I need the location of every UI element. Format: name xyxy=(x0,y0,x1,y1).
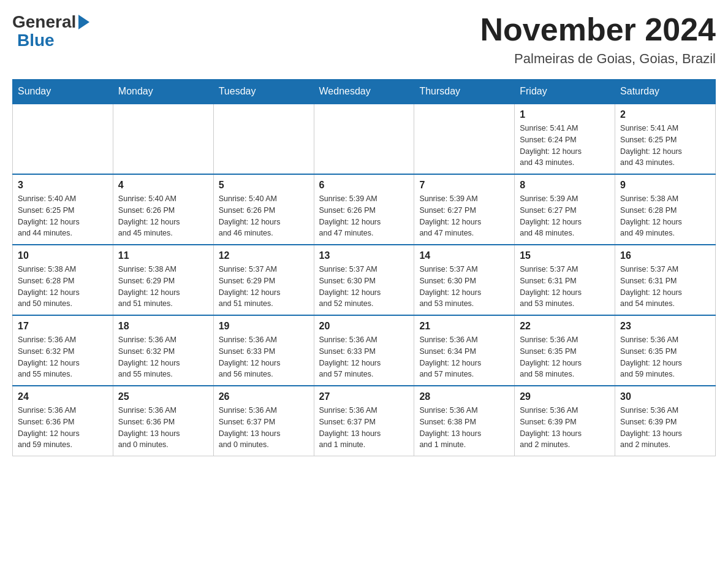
day-info: Sunrise: 5:38 AM Sunset: 6:28 PM Dayligh… xyxy=(620,193,710,239)
calendar-cell: 3Sunrise: 5:40 AM Sunset: 6:25 PM Daylig… xyxy=(13,174,113,245)
weekday-header-thursday: Thursday xyxy=(414,80,515,104)
calendar-cell xyxy=(13,104,113,174)
day-number: 12 xyxy=(219,250,309,261)
day-number: 7 xyxy=(419,180,509,191)
day-number: 24 xyxy=(18,391,108,402)
day-info: Sunrise: 5:39 AM Sunset: 6:27 PM Dayligh… xyxy=(419,193,509,239)
calendar-cell: 26Sunrise: 5:36 AM Sunset: 6:37 PM Dayli… xyxy=(213,386,314,456)
day-number: 28 xyxy=(419,391,509,402)
calendar-cell: 10Sunrise: 5:38 AM Sunset: 6:28 PM Dayli… xyxy=(13,245,113,315)
calendar-cell: 22Sunrise: 5:36 AM Sunset: 6:35 PM Dayli… xyxy=(515,315,615,386)
day-info: Sunrise: 5:37 AM Sunset: 6:31 PM Dayligh… xyxy=(620,264,710,310)
month-title: November 2024 xyxy=(480,12,716,47)
calendar-cell: 11Sunrise: 5:38 AM Sunset: 6:29 PM Dayli… xyxy=(113,245,213,315)
day-number: 4 xyxy=(118,180,208,191)
weekday-header-monday: Monday xyxy=(113,80,213,104)
calendar-cell: 25Sunrise: 5:36 AM Sunset: 6:36 PM Dayli… xyxy=(113,386,213,456)
calendar-cell: 18Sunrise: 5:36 AM Sunset: 6:32 PM Dayli… xyxy=(113,315,213,386)
day-info: Sunrise: 5:37 AM Sunset: 6:30 PM Dayligh… xyxy=(319,264,409,310)
calendar-cell: 27Sunrise: 5:36 AM Sunset: 6:37 PM Dayli… xyxy=(314,386,414,456)
week-row-4: 17Sunrise: 5:36 AM Sunset: 6:32 PM Dayli… xyxy=(13,315,716,386)
day-number: 26 xyxy=(219,391,309,402)
calendar: SundayMondayTuesdayWednesdayThursdayFrid… xyxy=(12,79,716,456)
week-row-5: 24Sunrise: 5:36 AM Sunset: 6:36 PM Dayli… xyxy=(13,386,716,456)
day-info: Sunrise: 5:39 AM Sunset: 6:26 PM Dayligh… xyxy=(319,193,409,239)
weekday-header-tuesday: Tuesday xyxy=(213,80,314,104)
day-number: 15 xyxy=(520,250,610,261)
calendar-cell: 7Sunrise: 5:39 AM Sunset: 6:27 PM Daylig… xyxy=(414,174,515,245)
calendar-cell: 5Sunrise: 5:40 AM Sunset: 6:26 PM Daylig… xyxy=(213,174,314,245)
day-info: Sunrise: 5:36 AM Sunset: 6:35 PM Dayligh… xyxy=(620,334,710,380)
day-info: Sunrise: 5:40 AM Sunset: 6:26 PM Dayligh… xyxy=(219,193,309,239)
day-info: Sunrise: 5:36 AM Sunset: 6:33 PM Dayligh… xyxy=(219,334,309,380)
calendar-cell: 1Sunrise: 5:41 AM Sunset: 6:24 PM Daylig… xyxy=(515,104,615,174)
day-number: 20 xyxy=(319,321,409,332)
calendar-cell: 14Sunrise: 5:37 AM Sunset: 6:30 PM Dayli… xyxy=(414,245,515,315)
calendar-cell: 30Sunrise: 5:36 AM Sunset: 6:39 PM Dayli… xyxy=(615,386,716,456)
calendar-cell: 29Sunrise: 5:36 AM Sunset: 6:39 PM Dayli… xyxy=(515,386,615,456)
day-info: Sunrise: 5:37 AM Sunset: 6:30 PM Dayligh… xyxy=(419,264,509,310)
day-info: Sunrise: 5:38 AM Sunset: 6:29 PM Dayligh… xyxy=(118,264,208,310)
calendar-cell xyxy=(314,104,414,174)
day-info: Sunrise: 5:36 AM Sunset: 6:35 PM Dayligh… xyxy=(520,334,610,380)
day-info: Sunrise: 5:40 AM Sunset: 6:25 PM Dayligh… xyxy=(18,193,108,239)
day-info: Sunrise: 5:41 AM Sunset: 6:25 PM Dayligh… xyxy=(620,123,710,169)
day-number: 5 xyxy=(219,180,309,191)
weekday-header-wednesday: Wednesday xyxy=(314,80,414,104)
calendar-cell: 2Sunrise: 5:41 AM Sunset: 6:25 PM Daylig… xyxy=(615,104,716,174)
calendar-cell: 28Sunrise: 5:36 AM Sunset: 6:38 PM Dayli… xyxy=(414,386,515,456)
day-number: 9 xyxy=(620,180,710,191)
day-number: 11 xyxy=(118,250,208,261)
weekday-header-sunday: Sunday xyxy=(13,80,113,104)
week-row-1: 1Sunrise: 5:41 AM Sunset: 6:24 PM Daylig… xyxy=(13,104,716,174)
logo-blue-text: Blue xyxy=(17,31,55,50)
calendar-cell xyxy=(113,104,213,174)
logo: General Blue xyxy=(12,12,89,50)
day-info: Sunrise: 5:36 AM Sunset: 6:38 PM Dayligh… xyxy=(419,405,509,451)
calendar-cell: 13Sunrise: 5:37 AM Sunset: 6:30 PM Dayli… xyxy=(314,245,414,315)
calendar-cell: 21Sunrise: 5:36 AM Sunset: 6:34 PM Dayli… xyxy=(414,315,515,386)
day-number: 22 xyxy=(520,321,610,332)
day-number: 29 xyxy=(520,391,610,402)
calendar-cell xyxy=(414,104,515,174)
day-info: Sunrise: 5:37 AM Sunset: 6:29 PM Dayligh… xyxy=(219,264,309,310)
day-info: Sunrise: 5:40 AM Sunset: 6:26 PM Dayligh… xyxy=(118,193,208,239)
day-number: 23 xyxy=(620,321,710,332)
weekday-header-saturday: Saturday xyxy=(615,80,716,104)
calendar-cell: 16Sunrise: 5:37 AM Sunset: 6:31 PM Dayli… xyxy=(615,245,716,315)
header: General Blue November 2024 Palmeiras de … xyxy=(12,12,716,67)
calendar-cell: 24Sunrise: 5:36 AM Sunset: 6:36 PM Dayli… xyxy=(13,386,113,456)
day-info: Sunrise: 5:39 AM Sunset: 6:27 PM Dayligh… xyxy=(520,193,610,239)
day-number: 21 xyxy=(419,321,509,332)
day-number: 19 xyxy=(219,321,309,332)
day-number: 13 xyxy=(319,250,409,261)
day-info: Sunrise: 5:36 AM Sunset: 6:39 PM Dayligh… xyxy=(620,405,710,451)
day-info: Sunrise: 5:36 AM Sunset: 6:37 PM Dayligh… xyxy=(219,405,309,451)
calendar-cell: 12Sunrise: 5:37 AM Sunset: 6:29 PM Dayli… xyxy=(213,245,314,315)
day-info: Sunrise: 5:38 AM Sunset: 6:28 PM Dayligh… xyxy=(18,264,108,310)
day-number: 6 xyxy=(319,180,409,191)
day-info: Sunrise: 5:36 AM Sunset: 6:37 PM Dayligh… xyxy=(319,405,409,451)
day-info: Sunrise: 5:36 AM Sunset: 6:36 PM Dayligh… xyxy=(18,405,108,451)
week-row-2: 3Sunrise: 5:40 AM Sunset: 6:25 PM Daylig… xyxy=(13,174,716,245)
day-info: Sunrise: 5:36 AM Sunset: 6:34 PM Dayligh… xyxy=(419,334,509,380)
day-number: 25 xyxy=(118,391,208,402)
day-number: 27 xyxy=(319,391,409,402)
logo-general-text: General xyxy=(12,12,76,32)
day-number: 8 xyxy=(520,180,610,191)
day-number: 30 xyxy=(620,391,710,402)
day-info: Sunrise: 5:36 AM Sunset: 6:36 PM Dayligh… xyxy=(118,405,208,451)
day-number: 10 xyxy=(18,250,108,261)
weekday-header-row: SundayMondayTuesdayWednesdayThursdayFrid… xyxy=(13,80,716,104)
calendar-cell: 6Sunrise: 5:39 AM Sunset: 6:26 PM Daylig… xyxy=(314,174,414,245)
calendar-cell xyxy=(213,104,314,174)
day-number: 17 xyxy=(18,321,108,332)
logo-triangle-icon xyxy=(78,15,89,29)
day-number: 1 xyxy=(520,109,610,120)
day-number: 2 xyxy=(620,109,710,120)
day-info: Sunrise: 5:36 AM Sunset: 6:39 PM Dayligh… xyxy=(520,405,610,451)
calendar-cell: 15Sunrise: 5:37 AM Sunset: 6:31 PM Dayli… xyxy=(515,245,615,315)
day-number: 18 xyxy=(118,321,208,332)
calendar-cell: 23Sunrise: 5:36 AM Sunset: 6:35 PM Dayli… xyxy=(615,315,716,386)
day-info: Sunrise: 5:36 AM Sunset: 6:32 PM Dayligh… xyxy=(18,334,108,380)
